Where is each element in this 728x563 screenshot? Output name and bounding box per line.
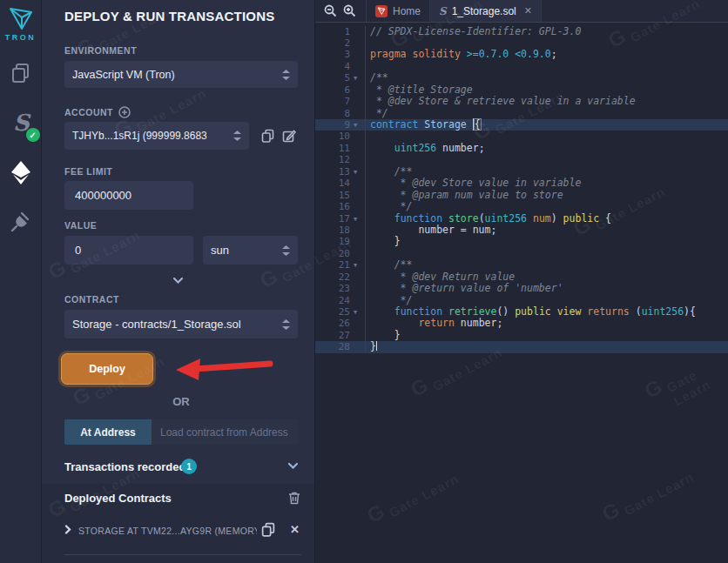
code-line: 6 * @title Storage <box>315 84 728 96</box>
code-line: 13▼ /** <box>315 166 728 178</box>
code-line: 5▼/** <box>315 72 728 84</box>
value-label: VALUE <box>64 220 97 231</box>
panel-title: DEPLOY & RUN TRANSACTIONS <box>64 9 274 23</box>
code-line: 21▼ /** <box>315 259 728 271</box>
annotation-arrow <box>172 350 275 385</box>
deployed-contract-item[interactable]: STORAGE AT TVM22...AYG9R (MEMORY <box>78 526 257 536</box>
account-label: ACCOUNT <box>64 106 131 118</box>
code-line: 17▼ function store(uint256 num) public { <box>315 213 728 225</box>
contract-select[interactable]: Storage - contracts/1_Storage.sol <box>64 310 298 338</box>
file-explorer-icon[interactable] <box>9 61 33 85</box>
compile-success-badge: ✓ <box>26 128 40 142</box>
copy-account-icon[interactable] <box>261 129 274 143</box>
value-input[interactable] <box>64 236 193 265</box>
code-line: 28} <box>315 341 728 352</box>
transactions-count-badge: 1 <box>181 459 197 474</box>
collapse-section-icon[interactable] <box>172 277 184 285</box>
solidity-compiler-icon[interactable]: S ✓ <box>9 111 33 135</box>
add-account-icon[interactable] <box>118 106 131 118</box>
code-line: 27 } <box>315 330 728 341</box>
value-unit-select[interactable]: sun <box>203 236 298 265</box>
deployed-item-expand-icon[interactable] <box>64 525 71 534</box>
select-spinner-icon <box>282 70 290 80</box>
code-line: 1// SPDX-License-Identifier: GPL-3.0 <box>315 26 728 37</box>
edit-account-icon[interactable] <box>282 130 296 143</box>
code-line: 25▼ function retrieve() public view retu… <box>315 306 728 318</box>
code-area[interactable]: 1// SPDX-License-Identifier: GPL-3.023pr… <box>315 23 728 563</box>
code-line: 23 * @return value of 'number' <box>315 283 728 294</box>
icon-rail: TRON S ✓ <box>0 0 42 563</box>
code-line: 26 return number; <box>315 318 728 329</box>
tron-ide-window: TRON S ✓ <box>0 0 728 563</box>
deploy-run-icon[interactable] <box>9 160 33 184</box>
code-line: 18 number = num; <box>315 225 728 236</box>
contract-label: CONTRACT <box>64 294 119 305</box>
tab-storage-sol[interactable]: S 1_Storage.sol ✕ <box>430 0 542 22</box>
code-line: 12 <box>315 154 728 165</box>
solidity-file-icon: S <box>439 5 447 17</box>
zoom-out-icon[interactable] <box>320 0 340 22</box>
tron-logo-icon <box>8 6 34 30</box>
code-line: 10 <box>315 131 728 142</box>
code-line: 19 } <box>315 236 728 247</box>
remove-deployed-icon[interactable]: ✕ <box>290 523 300 536</box>
clear-deployed-trash-icon[interactable] <box>288 491 300 505</box>
code-line: 20 <box>315 248 728 259</box>
code-line: 11 uint256 number; <box>315 143 728 154</box>
code-line: 7 * @dev Store & retrieve value in a var… <box>315 96 728 107</box>
editor-tabbar: Home S 1_Storage.sol ✕ <box>315 0 728 23</box>
deploy-run-panel: DEPLOY & RUN TRANSACTIONS ENVIRONMENT Ja… <box>42 0 315 563</box>
select-spinner-icon <box>282 245 290 256</box>
plugin-manager-icon[interactable] <box>9 210 33 234</box>
code-line: 16 */ <box>315 201 728 212</box>
select-spinner-icon <box>282 319 290 330</box>
account-select[interactable]: TJHYb...1sR1j (999999.8683 <box>64 122 249 150</box>
home-tab-icon <box>375 5 388 17</box>
code-line: 14 * @dev Store value in variable <box>315 178 728 189</box>
code-line: 8 */ <box>315 108 728 119</box>
code-line: 2 <box>315 37 728 49</box>
code-line: 15 * @param num value to store <box>315 190 728 201</box>
code-line: 3pragma solidity >=0.7.0 <0.9.0; <box>315 49 728 60</box>
panel-divider <box>64 554 301 555</box>
at-address-button[interactable]: At Address <box>64 419 152 445</box>
copy-deployed-address-icon[interactable] <box>261 522 275 537</box>
environment-select[interactable]: JavaScript VM (Tron) <box>64 61 298 88</box>
zoom-in-icon[interactable] <box>340 0 359 22</box>
transactions-recorded-label: Transactions recorded <box>64 460 185 473</box>
environment-label: ENVIRONMENT <box>64 45 137 56</box>
close-tab-icon[interactable]: ✕ <box>524 5 532 17</box>
deployed-contracts-section: Deployed Contracts STORAGE AT TVM22...AY… <box>42 484 314 563</box>
select-spinner-icon <box>233 131 241 141</box>
code-line: 22 * @dev Return value <box>315 271 728 283</box>
deployed-contracts-title: Deployed Contracts <box>64 492 172 505</box>
at-address-input[interactable] <box>152 419 298 445</box>
tab-home[interactable]: Home <box>366 0 430 22</box>
fee-limit-label: FEE LIMIT <box>64 166 112 177</box>
code-line: 9▼contract Storage { <box>315 119 728 131</box>
code-editor: Home S 1_Storage.sol ✕ 1// SPDX-License-… <box>315 0 728 563</box>
fee-limit-input[interactable] <box>64 181 193 210</box>
tron-logo[interactable]: TRON <box>5 6 37 42</box>
deploy-button[interactable]: Deploy <box>61 353 153 385</box>
transactions-collapse-icon[interactable] <box>287 462 299 470</box>
code-line: 4 <box>315 61 728 72</box>
code-line: 24 */ <box>315 295 728 306</box>
tron-logo-text: TRON <box>5 33 37 42</box>
or-separator: OR <box>64 395 298 408</box>
